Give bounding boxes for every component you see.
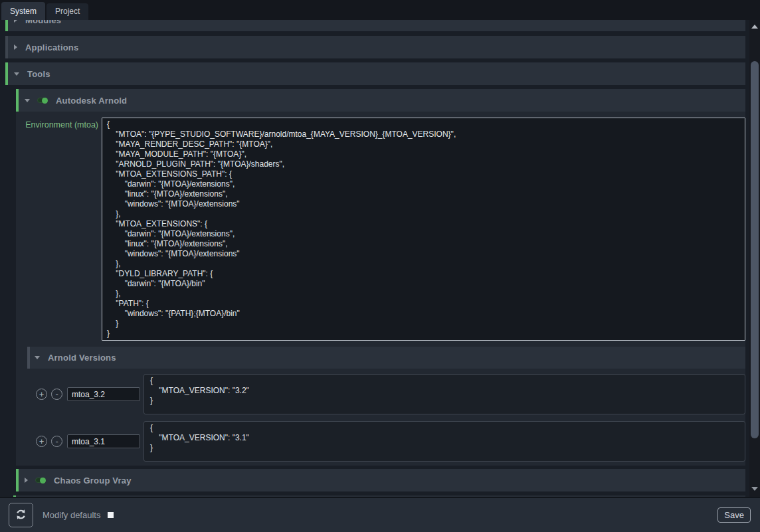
refresh-button[interactable] [9,503,33,527]
chevron-down-icon [35,356,40,359]
scrollbar-thumb[interactable] [751,61,759,438]
environment-label: Environment (mtoa) [18,118,98,130]
settings-scroll-area: Modules Applications Tools Autodesk Arno… [0,20,760,497]
environment-json-editor[interactable]: { "MTOA": "{PYPE_STUDIO_SOFTWARE}/arnold… [102,118,745,341]
chevron-down-icon [25,99,30,102]
remove-item-button[interactable]: - [51,389,62,400]
vertical-scrollbar[interactable] [749,20,760,497]
vray-enabled-toggle[interactable] [35,478,46,483]
arrow-up-icon [751,25,758,29]
version-key-input[interactable] [67,387,140,401]
section-title: Autodesk Arnold [56,96,127,106]
scroll-up-button[interactable] [749,22,760,31]
section-header-autodesk-arnold[interactable]: Autodesk Arnold [16,89,745,112]
add-item-button[interactable]: + [36,389,47,400]
refresh-icon [15,508,27,523]
tab-project[interactable]: Project [47,3,88,20]
section-title: Chaos Group Vray [54,476,132,486]
section-header-modules[interactable]: Modules [5,20,745,31]
arrow-down-icon [751,487,758,491]
chevron-right-icon [14,20,17,23]
arnold-version-row: + - { "MTOA_VERSION": "3.1" } [18,421,745,462]
chevron-right-icon [14,44,17,50]
toggle-knob [40,478,46,484]
clipped-next-section [13,495,745,497]
settings-window: System Project Modules Applications Tool… [0,0,760,532]
chevron-down-icon [14,72,19,76]
section-header-arnold-versions[interactable]: Arnold Versions [27,347,745,369]
toggle-knob [42,98,48,104]
environment-row: Environment (mtoa) { "MTOA": "{PYPE_STUD… [18,118,745,341]
row-buttons: + - [36,436,62,447]
tab-bar: System Project [0,0,760,20]
arnold-section-body: Environment (mtoa) { "MTOA": "{PYPE_STUD… [16,112,745,466]
modify-defaults-label: Modify defaults [43,510,100,520]
footer-bar: Modify defaults Save [0,497,760,532]
version-json-editor[interactable]: { "MTOA_VERSION": "3.1" } [143,421,745,462]
add-item-button[interactable]: + [36,436,47,447]
save-button[interactable]: Save [717,507,751,523]
remove-item-button[interactable]: - [51,436,62,447]
section-title: Arnold Versions [48,353,116,363]
modify-defaults-checkbox[interactable] [108,512,114,518]
section-title: Applications [25,43,78,52]
tab-system[interactable]: System [1,2,45,20]
row-buttons: + - [36,389,62,400]
section-title: Modules [25,20,61,25]
arnold-enabled-toggle[interactable] [37,98,48,103]
section-header-tools[interactable]: Tools [5,62,745,85]
scroll-down-button[interactable] [749,484,760,493]
section-header-applications[interactable]: Applications [5,36,745,58]
version-key-input[interactable] [67,434,140,448]
chevron-right-icon [25,478,28,483]
section-title: Tools [27,69,50,79]
settings-content: Modules Applications Tools Autodesk Arno… [0,20,749,497]
arnold-version-row: + - { "MTOA_VERSION": "3.2" } [18,374,745,414]
section-header-chaos-group-vray[interactable]: Chaos Group Vray [16,469,745,491]
version-json-editor[interactable]: { "MTOA_VERSION": "3.2" } [143,374,745,414]
